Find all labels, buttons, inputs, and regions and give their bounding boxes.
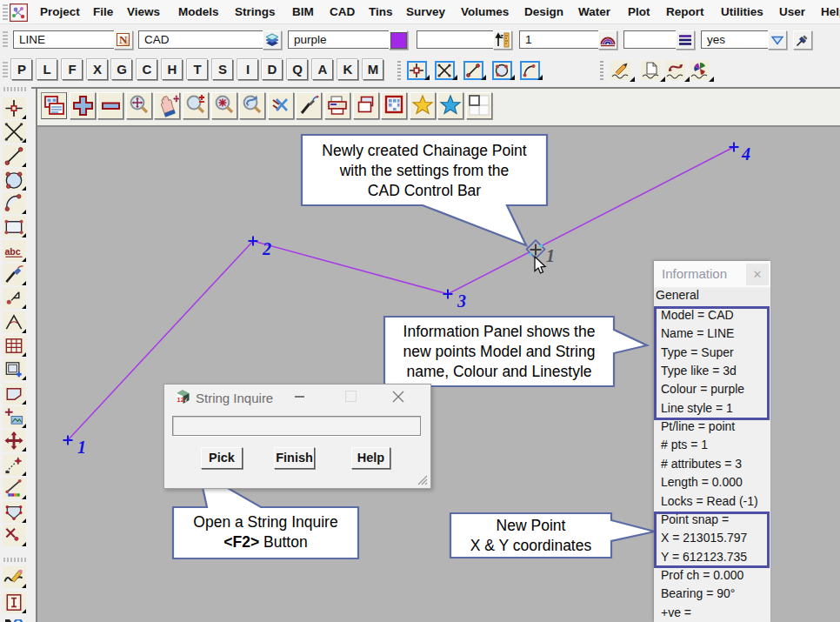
svg-text:1: 1: [546, 246, 555, 265]
svg-text:4: 4: [741, 144, 750, 164]
svg-text:3: 3: [457, 291, 466, 311]
svg-text:1: 1: [77, 438, 86, 457]
svg-text:2: 2: [262, 239, 271, 258]
svg-text:12: 12: [177, 396, 184, 404]
